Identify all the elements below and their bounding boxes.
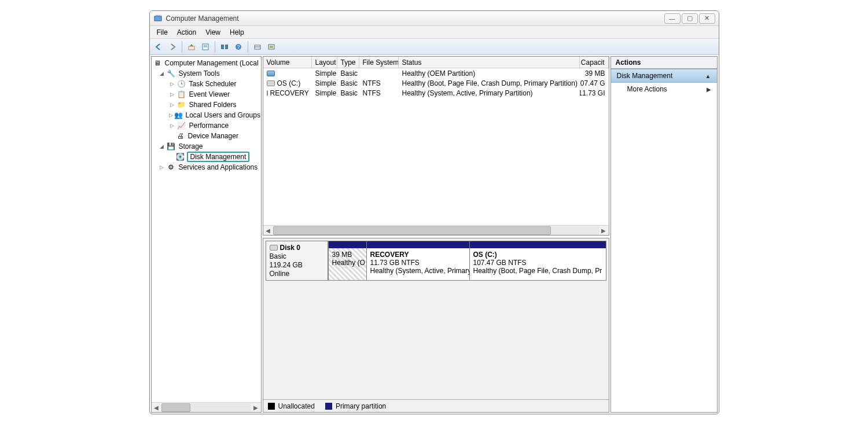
legend: Unallocated Primary partition — [263, 399, 609, 412]
chevron-right-icon: ▶ — [707, 86, 711, 93]
partition-stripe — [329, 241, 366, 248]
tree-performance[interactable]: ▷ 📈 Performance — [152, 120, 261, 131]
forward-button[interactable] — [166, 41, 179, 53]
volume-row[interactable]: Simple Basic Healthy (OEM Partition) 39 … — [263, 68, 609, 78]
partitions: 39 MB Healthy (O RECOVERY 11.73 GB NTFS … — [328, 241, 606, 281]
computer-icon: 🖥 — [153, 58, 162, 68]
col-status[interactable]: Status — [399, 57, 580, 68]
scroll-right-icon[interactable]: ▶ — [599, 226, 609, 235]
menu-action[interactable]: Action — [172, 27, 201, 38]
event-icon: 📋 — [177, 90, 186, 99]
window-title: Computer Management — [166, 14, 664, 23]
scroll-thumb[interactable] — [161, 403, 190, 412]
window-frame: Computer Management — ▢ ✕ File Action Vi… — [149, 10, 719, 414]
disk-graphical-view: Disk 0 Basic 119.24 GB Online 39 MB Heal… — [263, 238, 609, 413]
drive-icon — [267, 71, 275, 76]
chevron-right-icon[interactable]: ▷ — [169, 101, 176, 108]
drive-icon — [267, 90, 268, 96]
menu-view[interactable]: View — [201, 27, 225, 38]
title-bar: Computer Management — ▢ ✕ — [150, 11, 719, 26]
scroll-thumb[interactable] — [273, 226, 551, 235]
volume-row[interactable]: RECOVERY Simple Basic NTFS Healthy (Syst… — [263, 88, 609, 98]
tree-local-users[interactable]: ▷ 👥 Local Users and Groups — [152, 110, 261, 120]
tree-system-tools[interactable]: ◢ 🔧 System Tools — [152, 68, 261, 79]
col-filesystem[interactable]: File System — [359, 57, 399, 68]
app-icon — [153, 14, 163, 23]
partition-os[interactable]: OS (C:) 107.47 GB NTFS Healthy (Boot, Pa… — [469, 241, 606, 280]
legend-swatch-unallocated — [268, 403, 275, 410]
scroll-right-icon[interactable]: ▶ — [251, 403, 261, 412]
volumes-scrollbar[interactable]: ◀ ▶ — [263, 225, 609, 235]
tree-device-manager[interactable]: 🖨 Device Manager — [152, 131, 261, 141]
scroll-track[interactable] — [273, 226, 599, 235]
help-button[interactable]: ? — [232, 41, 245, 53]
actions-header: Actions — [611, 57, 717, 69]
col-capacity[interactable]: Capacit — [580, 57, 609, 68]
storage-icon: 💾 — [167, 142, 176, 151]
toolbar-divider-3 — [248, 41, 248, 53]
partition-stripe — [470, 241, 606, 248]
scroll-left-icon[interactable]: ◀ — [263, 226, 273, 235]
tree-shared-folders[interactable]: ▷ 📁 Shared Folders — [152, 100, 261, 110]
legend-swatch-primary — [325, 403, 332, 410]
chevron-right-icon[interactable]: ▷ — [169, 122, 176, 129]
volume-row[interactable]: OS (C:) Simple Basic NTFS Healthy (Boot,… — [263, 78, 609, 88]
tree-task-scheduler[interactable]: ▷ 🕒 Task Scheduler — [152, 79, 261, 89]
disk-label[interactable]: Disk 0 Basic 119.24 GB Online — [266, 241, 328, 281]
view-button[interactable] — [218, 41, 231, 53]
chevron-right-icon[interactable]: ▷ — [169, 91, 176, 98]
svg-rect-6 — [221, 45, 224, 49]
toolbar-extra-1[interactable] — [251, 41, 264, 53]
toolbar-divider-2 — [215, 41, 215, 53]
properties-button[interactable] — [199, 41, 212, 53]
up-button[interactable] — [185, 41, 198, 53]
svg-rect-0 — [155, 16, 161, 21]
volumes-list: Volume Layout Type File System Status Ca… — [263, 56, 609, 236]
chevron-up-icon: ▲ — [705, 73, 711, 79]
chevron-down-icon[interactable]: ◢ — [159, 70, 165, 77]
partition-oem[interactable]: 39 MB Healthy (O — [328, 241, 366, 280]
legend-unallocated: Unallocated — [278, 402, 315, 410]
menu-help[interactable]: Help — [225, 27, 249, 38]
partition-stripe — [367, 241, 469, 248]
chevron-right-icon[interactable]: ▷ — [169, 112, 173, 119]
tools-icon: 🔧 — [167, 69, 176, 78]
scroll-left-icon[interactable]: ◀ — [152, 403, 161, 412]
col-volume[interactable]: Volume — [263, 57, 312, 68]
tree-root[interactable]: 🖥 Computer Management (Local — [152, 58, 261, 68]
toolbar-divider — [182, 41, 182, 53]
maximize-button[interactable]: ▢ — [682, 13, 698, 24]
disk-icon: 💽 — [176, 152, 185, 161]
navigation-tree: 🖥 Computer Management (Local ◢ 🔧 System … — [152, 57, 261, 402]
actions-panel: Actions Disk Management ▲ More Actions ▶ — [610, 56, 718, 413]
volume-rows: Simple Basic Healthy (OEM Partition) 39 … — [263, 68, 609, 225]
minimize-button[interactable]: — — [664, 13, 681, 24]
close-button[interactable]: ✕ — [699, 13, 715, 24]
chevron-down-icon[interactable]: ◢ — [159, 143, 165, 150]
action-disk-management[interactable]: Disk Management ▲ — [611, 69, 717, 83]
users-icon: 👥 — [174, 111, 183, 120]
action-more-actions[interactable]: More Actions ▶ — [611, 83, 717, 95]
menu-file[interactable]: File — [152, 27, 172, 38]
partition-recovery[interactable]: RECOVERY 11.73 GB NTFS Healthy (System, … — [366, 241, 469, 280]
col-layout[interactable]: Layout — [312, 57, 337, 68]
legend-primary: Primary partition — [336, 402, 386, 410]
col-type[interactable]: Type — [337, 57, 359, 68]
tree-storage[interactable]: ◢ 💾 Storage — [152, 141, 261, 152]
tree-event-viewer[interactable]: ▷ 📋 Event Viewer — [152, 89, 261, 100]
disk-icon — [270, 245, 278, 251]
chevron-right-icon[interactable]: ▷ — [169, 80, 176, 87]
tree-disk-management[interactable]: 💽 Disk Management — [152, 152, 261, 162]
toolbar-extra-2[interactable] — [265, 41, 278, 53]
clock-icon: 🕒 — [177, 79, 186, 89]
tree-panel: 🖥 Computer Management (Local ◢ 🔧 System … — [151, 56, 262, 413]
gauge-icon: 📈 — [177, 121, 186, 130]
toolbar: ? — [150, 39, 719, 55]
tree-scrollbar[interactable]: ◀ ▶ — [152, 402, 261, 412]
scroll-track[interactable] — [161, 403, 251, 412]
tree-services[interactable]: ▷ ⚙ Services and Applications — [152, 162, 261, 172]
drive-icon — [267, 80, 275, 86]
svg-rect-1 — [156, 15, 160, 16]
chevron-right-icon[interactable]: ▷ — [159, 164, 165, 171]
back-button[interactable] — [152, 41, 165, 53]
